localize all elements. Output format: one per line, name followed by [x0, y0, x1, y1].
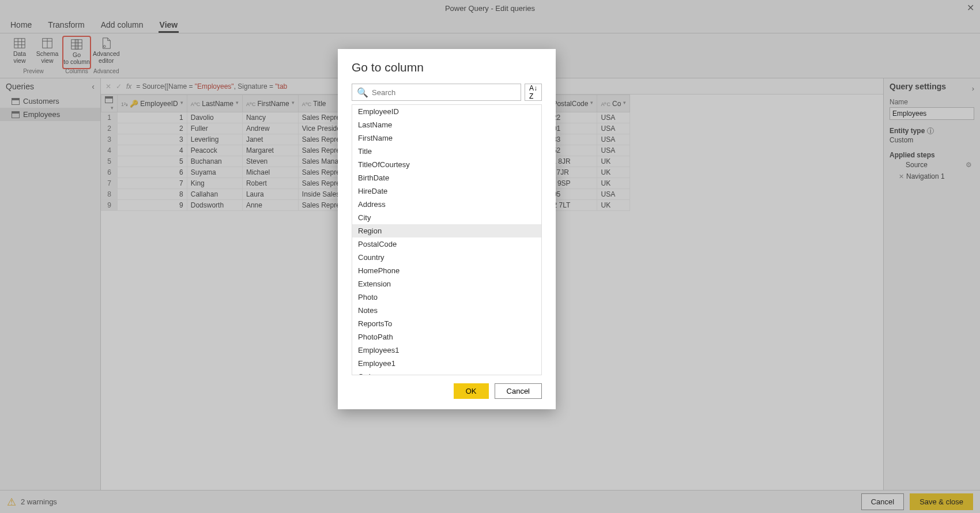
- search-box[interactable]: 🔍: [352, 84, 521, 101]
- ribbon-group-label: Advanced: [93, 68, 119, 74]
- footer-save-button[interactable]: Save & close: [910, 493, 973, 510]
- queries-panel: Queries ‹ CustomersEmployees: [0, 78, 101, 490]
- applied-step[interactable]: ✕Navigation 1: [889, 171, 974, 182]
- column-header-firstname[interactable]: AᴮCFirstName▾: [242, 95, 298, 112]
- close-icon[interactable]: ✕: [967, 2, 974, 13]
- svg-rect-0: [14, 39, 25, 48]
- warnings-text: 2 warnings: [21, 497, 57, 506]
- ribbon-tabs: HomeTransformAdd columnView: [0, 16, 980, 33]
- settings-header: Query settings: [889, 82, 946, 91]
- sort-button[interactable]: A↓Z: [525, 84, 542, 101]
- search-icon: 🔍: [357, 87, 368, 98]
- fx-icon: fx: [126, 82, 131, 90]
- column-option-employeeid[interactable]: EmployeeID: [352, 105, 541, 118]
- search-input[interactable]: [372, 88, 516, 97]
- applied-step[interactable]: Source⚙: [889, 159, 974, 171]
- entity-type-value: Custom: [889, 136, 974, 144]
- column-option-homephone[interactable]: HomePhone: [352, 264, 541, 277]
- column-header-lastname[interactable]: AᴮCLastName▾: [187, 95, 242, 112]
- advanced-editor-icon: [100, 37, 112, 50]
- column-option-postalcode[interactable]: PostalCode: [352, 237, 541, 251]
- ribbon-go-to-column[interactable]: Goto column: [62, 36, 91, 69]
- query-name-input[interactable]: [889, 107, 974, 120]
- column-header-co[interactable]: AᴮCCo▾: [597, 95, 630, 112]
- svg-point-12: [104, 46, 106, 48]
- column-header-employeeid[interactable]: 1²₃🔑 EmployeeID▾: [118, 95, 187, 112]
- column-option-country[interactable]: Country: [352, 251, 541, 264]
- ribbon-data-view[interactable]: Dataview: [7, 36, 32, 69]
- query-settings-panel: Query settings › Name Entity type i Cust…: [883, 78, 980, 490]
- column-option-title[interactable]: Title: [352, 145, 541, 158]
- query-item-employees[interactable]: Employees: [0, 108, 100, 121]
- column-option-region[interactable]: Region: [352, 224, 541, 237]
- ribbon-group-label: Columns: [65, 68, 88, 74]
- column-option-firstname[interactable]: FirstName: [352, 131, 541, 145]
- query-item-customers[interactable]: Customers: [0, 95, 100, 108]
- column-option-extension[interactable]: Extension: [352, 277, 541, 291]
- footer: ⚠ 2 warnings Cancel Save & close: [0, 490, 980, 513]
- dialog-title: Go to column: [352, 61, 542, 74]
- column-option-city[interactable]: City: [352, 211, 541, 224]
- row-corner[interactable]: ▾: [101, 95, 118, 112]
- column-option-notes[interactable]: Notes: [352, 304, 541, 317]
- window-title: Power Query - Edit queries: [445, 4, 535, 13]
- entity-type-label: Entity type: [889, 127, 925, 135]
- svg-rect-9: [75, 40, 78, 50]
- go-to-column-dialog: Go to column 🔍 A↓Z EmployeeIDLastNameFir…: [338, 49, 556, 409]
- column-option-orders[interactable]: Orders: [352, 370, 541, 375]
- column-option-employee1[interactable]: Employee1: [352, 357, 541, 370]
- column-option-lastname[interactable]: LastName: [352, 118, 541, 131]
- column-option-photopath[interactable]: PhotoPath: [352, 330, 541, 344]
- column-option-address[interactable]: Address: [352, 198, 541, 211]
- collapse-icon[interactable]: ‹: [92, 82, 95, 91]
- tab-transform[interactable]: Transform: [47, 18, 85, 33]
- tab-home[interactable]: Home: [9, 18, 33, 33]
- queries-header: Queries: [6, 82, 34, 91]
- titlebar: Power Query - Edit queries ✕: [0, 0, 980, 16]
- column-list: EmployeeIDLastNameFirstNameTitleTitleOfC…: [352, 104, 542, 375]
- table-icon: [12, 111, 20, 118]
- column-option-reportsto[interactable]: ReportsTo: [352, 317, 541, 330]
- column-option-birthdate[interactable]: BirthDate: [352, 171, 541, 184]
- column-option-hiredate[interactable]: HireDate: [352, 184, 541, 198]
- data-view-icon: [13, 37, 26, 50]
- column-option-titleofcourtesy[interactable]: TitleOfCourtesy: [352, 158, 541, 171]
- delete-step-icon[interactable]: ✕: [899, 173, 904, 180]
- go-to-column-icon: [70, 38, 83, 51]
- gear-icon[interactable]: ⚙: [966, 161, 972, 169]
- expand-icon[interactable]: ›: [972, 84, 974, 93]
- dialog-cancel-button[interactable]: Cancel: [495, 383, 542, 399]
- ribbon-schema-view[interactable]: Schemaview: [35, 36, 60, 69]
- table-icon: [12, 98, 20, 105]
- ribbon-group-label: Preview: [23, 68, 44, 74]
- column-option-photo[interactable]: Photo: [352, 291, 541, 304]
- tab-add-column[interactable]: Add column: [100, 18, 145, 33]
- ribbon-advanced-editor[interactable]: Advancededitor: [93, 36, 119, 69]
- schema-view-icon: [41, 37, 54, 50]
- info-icon: i: [927, 127, 934, 134]
- column-option-employees1[interactable]: Employees1: [352, 344, 541, 357]
- name-label: Name: [889, 98, 974, 106]
- applied-steps-label: Applied steps: [889, 151, 974, 159]
- footer-cancel-button[interactable]: Cancel: [861, 493, 904, 510]
- dialog-ok-button[interactable]: OK: [454, 383, 489, 399]
- warning-icon: ⚠: [7, 496, 16, 508]
- tab-view[interactable]: View: [159, 18, 179, 33]
